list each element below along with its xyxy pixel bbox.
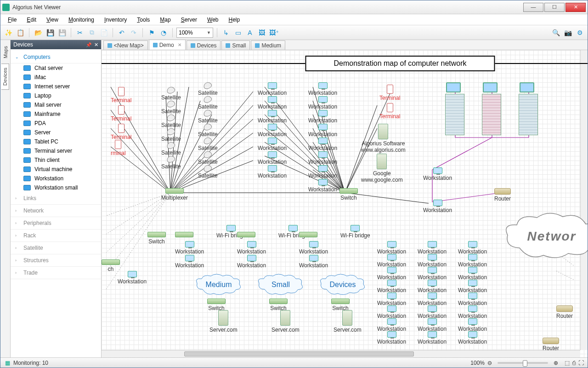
workstation-node[interactable]: Workstation	[377, 254, 406, 268]
satellite-node[interactable]: Satellite	[161, 142, 181, 156]
device-item[interactable]: Tablet PC	[11, 137, 101, 146]
insert-image-icon[interactable]: 🖼⁺	[269, 28, 279, 38]
panel-close-icon[interactable]: ✕	[94, 42, 98, 48]
vertical-scrollbar[interactable]	[580, 50, 588, 350]
menu-view[interactable]: View	[42, 15, 63, 24]
open-folder-icon[interactable]: 📂	[33, 28, 43, 38]
server-node[interactable]: Server.com	[209, 310, 237, 333]
zoom-in-icon[interactable]: ⊕	[554, 360, 558, 366]
workstation-node[interactable]: Workstation	[377, 280, 406, 293]
close-button[interactable]: ✕	[565, 3, 586, 12]
terminal-node[interactable]: Terminal	[111, 105, 131, 122]
text-tool-icon[interactable]: A	[245, 28, 255, 38]
workstation-node[interactable]: Workstation	[458, 331, 487, 345]
minimize-button[interactable]: —	[523, 3, 543, 12]
workstation-node[interactable]: Workstation	[458, 254, 487, 268]
satellite-node[interactable]: Satellite	[198, 96, 218, 110]
copy-icon[interactable]: ⧉	[87, 28, 97, 38]
terminal-node[interactable]: Terminal	[111, 87, 131, 104]
group-peripherals[interactable]: ›Peripherals	[11, 217, 101, 230]
switch-node[interactable]	[175, 232, 193, 237]
server-node[interactable]: Server.com	[271, 310, 300, 333]
switch-node[interactable]: Switch	[331, 299, 350, 311]
satellite-node[interactable]: Satellite	[198, 82, 218, 96]
workstation-node[interactable]: Workstation	[458, 280, 487, 293]
workstation-node[interactable]: Workstation	[258, 124, 287, 138]
undo-icon[interactable]: ↶	[117, 28, 127, 38]
router-node[interactable]: Router	[556, 305, 573, 319]
workstation-node[interactable]: Workstation	[258, 138, 287, 151]
satellite-node[interactable]: Satellite	[198, 138, 218, 151]
fit-icon[interactable]: ⬚	[565, 360, 570, 366]
workstation-node[interactable]: Workstation	[458, 318, 487, 332]
server-node[interactable]: Server.com	[334, 310, 362, 333]
pin-icon[interactable]: 📌	[86, 42, 91, 47]
satellite-node[interactable]: Satellite	[161, 115, 181, 128]
satellite-node[interactable]: Satellite	[198, 110, 218, 124]
menu-inventory[interactable]: Inventory	[100, 15, 131, 24]
workstation-node[interactable]: Workstation	[418, 305, 447, 319]
switch-node[interactable]: Switch	[147, 232, 166, 245]
workstation-node[interactable]: Workstation	[299, 241, 328, 255]
monitor-node[interactable]	[520, 82, 534, 92]
workstation-node[interactable]: Workstation	[308, 110, 337, 124]
satellite-node[interactable]: Satellite	[161, 101, 181, 115]
search-icon[interactable]: 🔍	[551, 28, 561, 38]
device-item[interactable]: Virtual machine	[11, 165, 101, 174]
rack-node[interactable]	[482, 94, 501, 135]
device-item[interactable]: Workstation	[11, 174, 101, 183]
maximize-button[interactable]: ☐	[544, 3, 565, 12]
workstation-node[interactable]: Workstation	[418, 241, 447, 255]
menu-help[interactable]: Help	[224, 15, 244, 24]
workstation-node[interactable]: Workstation	[377, 293, 406, 306]
settings-icon[interactable]: ⚙	[575, 28, 585, 38]
device-item[interactable]: PDA	[11, 119, 101, 128]
wifi-bridge-node[interactable]: Wi-Fi bridge	[340, 225, 370, 239]
workstation-node[interactable]: Workstation	[458, 305, 487, 319]
workstation-node[interactable]: Workstation	[308, 82, 337, 96]
device-item[interactable]: Thin client	[11, 155, 101, 165]
satellite-node[interactable]: Satellite	[161, 87, 181, 101]
menu-web[interactable]: Web	[203, 15, 223, 24]
print-icon[interactable]: ⎙	[572, 360, 576, 366]
workstation-node[interactable]: Workstation	[258, 96, 287, 110]
switch-node[interactable]: Switch	[269, 299, 288, 311]
link-tool-icon[interactable]: ↳	[221, 28, 231, 38]
map-tab[interactable]: Devices	[187, 40, 221, 50]
switch-node[interactable]	[299, 232, 317, 237]
workstation-node[interactable]: Workstation	[175, 241, 204, 255]
fullscreen-icon[interactable]: ⛶	[578, 360, 584, 366]
map-tab[interactable]: Small	[221, 40, 250, 50]
workstation-node[interactable]: Workstation	[458, 267, 487, 281]
device-item[interactable]: Mail server	[11, 100, 101, 109]
workstation-node[interactable]: Workstation	[258, 151, 287, 165]
terminal-node[interactable]: Terminal	[379, 103, 400, 120]
group-computers[interactable]: ⌄Computers	[11, 51, 101, 63]
camera-icon[interactable]: 📷	[563, 28, 573, 38]
side-tab-maps[interactable]: Maps	[1, 42, 10, 63]
workstation-node[interactable]: Workstation	[308, 96, 337, 110]
workstation-node[interactable]: Workstation	[418, 293, 447, 306]
workstation-node[interactable]: Workstation	[299, 255, 328, 269]
satellite-node[interactable]: Satellite	[161, 156, 181, 170]
side-tab-devices[interactable]: Devices	[1, 63, 9, 90]
workstation-node[interactable]: Workstation	[175, 255, 204, 269]
switch-node[interactable]	[237, 232, 255, 237]
workstation-node[interactable]: Workstation	[377, 318, 406, 332]
workstation-node[interactable]: Workstation	[258, 82, 287, 96]
menu-server[interactable]: Server	[176, 15, 202, 24]
menu-file[interactable]: File	[3, 15, 21, 24]
workstation-node[interactable]: Workstation	[237, 241, 266, 255]
workstation-node[interactable]: Workstation	[377, 267, 406, 281]
satellite-node[interactable]: Satellite	[161, 128, 181, 142]
workstation-node[interactable]: Workstation	[423, 167, 452, 181]
workstation-node[interactable]: Workstation	[308, 124, 337, 138]
device-item[interactable]: iMac	[11, 73, 101, 82]
chart-icon[interactable]: ◔	[158, 28, 169, 38]
satellite-node[interactable]: Satellite	[198, 124, 218, 138]
workstation-node[interactable]: Workstation	[377, 241, 406, 255]
group-satellite[interactable]: ›Satellite	[11, 242, 101, 254]
router-node[interactable]: Router	[494, 188, 511, 202]
workstation-node[interactable]: Workstation	[258, 165, 287, 179]
workstation-node[interactable]: Workstation	[418, 331, 447, 345]
